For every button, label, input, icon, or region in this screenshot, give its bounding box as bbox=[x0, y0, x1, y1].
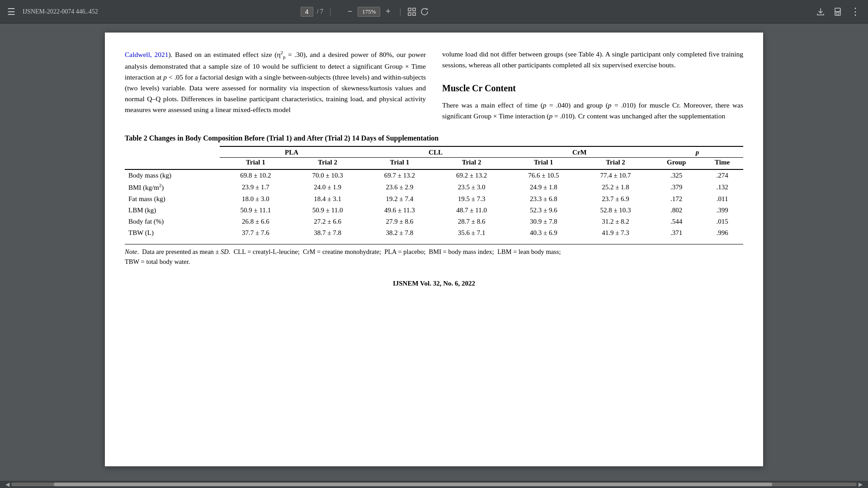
row-pla-t1-body-mass: 69.8 ± 10.2 bbox=[220, 169, 292, 181]
document-page: Caldwell, 2021). Based on an estimated e… bbox=[105, 33, 763, 466]
table-row: Fat mass (kg) 18.0 ± 3.0 18.4 ± 3.1 19.2… bbox=[125, 193, 743, 205]
zoom-controls: − 175% + bbox=[345, 6, 393, 17]
left-column: Caldwell, 2021). Based on an estimated e… bbox=[125, 49, 426, 122]
table-row: Body fat (%) 26.8 ± 6.6 27.2 ± 6.6 27.9 … bbox=[125, 216, 743, 227]
row-pla-t2-body-fat: 27.2 ± 6.6 bbox=[292, 216, 363, 227]
page-container: Caldwell, 2021). Based on an estimated e… bbox=[0, 23, 868, 481]
page-separator: / 7 bbox=[317, 8, 323, 15]
row-pla-t2-body-mass: 70.0 ± 10.3 bbox=[292, 169, 363, 181]
zoom-value-label: 175% bbox=[358, 7, 380, 17]
row-crm-t2-body-fat: 31.2 ± 8.2 bbox=[580, 216, 651, 227]
table-pla-header: PLA bbox=[220, 146, 363, 158]
more-options-button[interactable]: ⋮ bbox=[850, 6, 861, 18]
row-time-p-lbm: .399 bbox=[701, 205, 743, 216]
table-title: Table 2 Changes in Body Composition Befo… bbox=[125, 134, 743, 142]
table-note: Note. Data are presented as mean ± SD. C… bbox=[125, 244, 743, 267]
row-group-p-tbw: .371 bbox=[651, 227, 701, 239]
row-crm-t1-bmi: 24.9 ± 1.8 bbox=[508, 181, 580, 193]
row-pla-t1-bmi: 23.9 ± 1.7 bbox=[220, 181, 292, 193]
table-2-section: Table 2 Changes in Body Composition Befo… bbox=[125, 134, 743, 267]
row-label-tbw: TBW (L) bbox=[125, 227, 220, 239]
table-cll-trial1-header: Trial 1 bbox=[363, 158, 435, 170]
row-label-body-fat: Body fat (%) bbox=[125, 216, 220, 227]
row-pla-t2-lbm: 50.9 ± 11.0 bbox=[292, 205, 363, 216]
table-measure-header bbox=[125, 158, 220, 170]
row-crm-t1-lbm: 52.3 ± 9.6 bbox=[508, 205, 580, 216]
svg-rect-3 bbox=[413, 13, 415, 15]
table-crm-header: CrM bbox=[508, 146, 651, 158]
row-time-p-fat-mass: .011 bbox=[701, 193, 743, 205]
row-pla-t1-tbw: 37.7 ± 7.6 bbox=[220, 227, 292, 239]
scrollbar-track[interactable] bbox=[11, 483, 857, 486]
row-crm-t2-lbm: 52.8 ± 10.3 bbox=[580, 205, 651, 216]
svg-point-7 bbox=[840, 10, 840, 11]
row-crm-t1-body-mass: 76.6 ± 10.5 bbox=[508, 169, 580, 181]
row-label-lbm: LBM (kg) bbox=[125, 205, 220, 216]
table-row: Body mass (kg) 69.8 ± 10.2 70.0 ± 10.3 6… bbox=[125, 169, 743, 181]
row-cll-t1-body-mass: 69.7 ± 13.2 bbox=[363, 169, 435, 181]
menu-icon[interactable]: ☰ bbox=[7, 6, 15, 17]
row-cll-t2-body-fat: 28.7 ± 8.6 bbox=[435, 216, 507, 227]
row-crm-t2-body-mass: 77.4 ± 10.7 bbox=[580, 169, 651, 181]
table-pla-trial1-header: Trial 1 bbox=[220, 158, 292, 170]
zoom-in-button[interactable]: + bbox=[383, 6, 393, 17]
row-cll-t1-tbw: 38.2 ± 7.8 bbox=[363, 227, 435, 239]
table-pla-trial2-header: Trial 2 bbox=[292, 158, 363, 170]
page-number-input[interactable] bbox=[301, 7, 313, 17]
zoom-out-button[interactable]: − bbox=[345, 6, 355, 17]
table-2: PLA CLL CrM p Trial 1 Trial 2 Trial 1 Tr… bbox=[125, 146, 743, 239]
page-info: / 7 bbox=[301, 7, 323, 17]
row-cll-t2-lbm: 48.7 ± 11.0 bbox=[435, 205, 507, 216]
row-group-p-bmi: .379 bbox=[651, 181, 701, 193]
row-cll-t1-bmi: 23.6 ± 2.9 bbox=[363, 181, 435, 193]
table-row: BMI (kg/m2) 23.9 ± 1.7 24.0 ± 1.9 23.6 ±… bbox=[125, 181, 743, 193]
scroll-left-arrow[interactable]: ◀ bbox=[4, 481, 11, 488]
caldwell-link[interactable]: Caldwell, 2021 bbox=[125, 51, 168, 58]
table-group-header-row: PLA CLL CrM p bbox=[125, 146, 743, 158]
right-col-intro: volume load did not differ between group… bbox=[442, 49, 743, 70]
svg-rect-4 bbox=[835, 8, 840, 12]
toolbar-right-actions: ⋮ bbox=[816, 6, 861, 18]
journal-footer: IJSNEM Vol. 32, No. 6, 2022 bbox=[125, 280, 743, 287]
rotate-button[interactable] bbox=[420, 7, 429, 16]
row-group-p-fat-mass: .172 bbox=[651, 193, 701, 205]
horizontal-scrollbar[interactable]: ◀ ▶ bbox=[0, 481, 868, 488]
muscle-cr-text: There was a main effect of time (p = .04… bbox=[442, 100, 743, 122]
row-crm-t1-body-fat: 30.9 ± 7.8 bbox=[508, 216, 580, 227]
table-empty-header bbox=[125, 146, 220, 158]
section-heading-muscle-cr: Muscle Cr Content bbox=[442, 81, 743, 95]
row-pla-t1-fat-mass: 18.0 ± 3.0 bbox=[220, 193, 292, 205]
separator-2: | bbox=[400, 7, 401, 16]
row-time-p-tbw: .996 bbox=[701, 227, 743, 239]
svg-rect-0 bbox=[408, 8, 411, 11]
print-button[interactable] bbox=[833, 7, 842, 16]
row-pla-t2-bmi: 24.0 ± 1.9 bbox=[292, 181, 363, 193]
scroll-right-arrow[interactable]: ▶ bbox=[857, 481, 864, 488]
svg-rect-6 bbox=[836, 13, 839, 14]
row-label-bmi: BMI (kg/m2) bbox=[125, 181, 220, 193]
row-crm-t1-tbw: 40.3 ± 6.9 bbox=[508, 227, 580, 239]
row-pla-t2-fat-mass: 18.4 ± 3.1 bbox=[292, 193, 363, 205]
row-cll-t1-lbm: 49.6 ± 11.3 bbox=[363, 205, 435, 216]
row-cll-t2-body-mass: 69.2 ± 13.2 bbox=[435, 169, 507, 181]
fit-page-button[interactable] bbox=[407, 7, 416, 16]
row-crm-t2-bmi: 25.2 ± 1.8 bbox=[580, 181, 651, 193]
row-pla-t1-body-fat: 26.8 ± 6.6 bbox=[220, 216, 292, 227]
scrollbar-thumb[interactable] bbox=[54, 483, 773, 486]
table-crm-trial1-header: Trial 1 bbox=[508, 158, 580, 170]
table-row: LBM (kg) 50.9 ± 11.1 50.9 ± 11.0 49.6 ± … bbox=[125, 205, 743, 216]
row-pla-t2-tbw: 38.7 ± 7.8 bbox=[292, 227, 363, 239]
download-button[interactable] bbox=[816, 7, 825, 16]
page-navigation: / 7 | − 175% + | bbox=[301, 6, 429, 17]
toolbar: ☰ IJSNEM-2022-0074 446..452 / 7 | − 175%… bbox=[0, 0, 868, 23]
row-cll-t1-body-fat: 27.9 ± 8.6 bbox=[363, 216, 435, 227]
row-group-p-body-mass: .325 bbox=[651, 169, 701, 181]
row-cll-t2-fat-mass: 19.5 ± 7.3 bbox=[435, 193, 507, 205]
row-time-p-bmi: .132 bbox=[701, 181, 743, 193]
row-label-fat-mass: Fat mass (kg) bbox=[125, 193, 220, 205]
table-time-p-header: Time bbox=[701, 158, 743, 170]
row-crm-t2-fat-mass: 23.7 ± 6.9 bbox=[580, 193, 651, 205]
row-cll-t1-fat-mass: 19.2 ± 7.4 bbox=[363, 193, 435, 205]
svg-rect-1 bbox=[413, 8, 415, 11]
row-crm-t2-tbw: 41.9 ± 7.3 bbox=[580, 227, 651, 239]
